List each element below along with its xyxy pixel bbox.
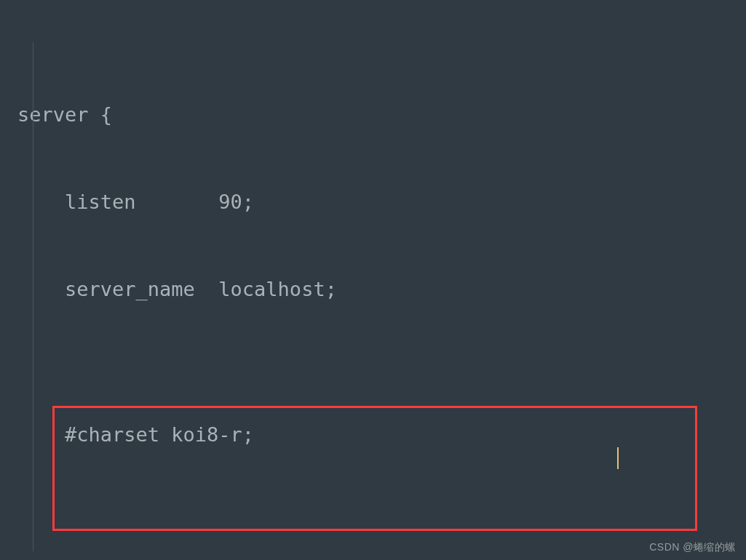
code-line: server { [0, 100, 746, 129]
watermark: CSDN @蜷缩的螺 [649, 541, 736, 554]
code-line: #charset koi8-r; [0, 420, 746, 449]
indent-guide [33, 42, 33, 551]
code-block: server { listen 90; server_name localhos… [0, 0, 746, 560]
text-cursor [617, 447, 619, 469]
code-line: listen 90; [0, 188, 746, 217]
code-line: server_name localhost; [0, 275, 746, 304]
